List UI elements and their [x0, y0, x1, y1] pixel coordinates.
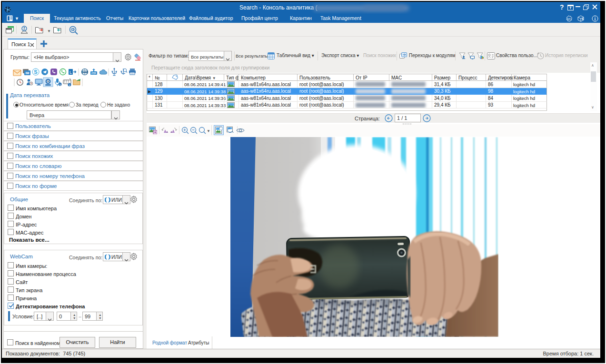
- svg-text:IM: IM: [26, 71, 30, 75]
- svg-text:FTP: FTP: [91, 72, 96, 75]
- svg-text:HTTP: HTTP: [83, 71, 88, 73]
- svg-text:S: S: [34, 69, 37, 75]
- svg-text:AFI: AFI: [567, 18, 571, 20]
- svg-text:L: L: [70, 70, 72, 75]
